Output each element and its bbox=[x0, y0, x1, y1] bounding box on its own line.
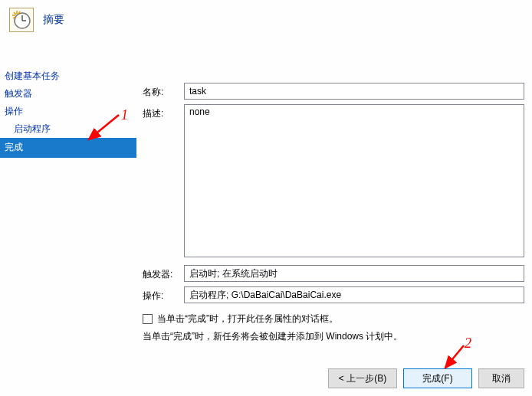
open-properties-checkbox[interactable] bbox=[143, 314, 153, 324]
cancel-button[interactable]: 取消 bbox=[478, 368, 524, 388]
svg-line-3 bbox=[14, 12, 16, 15]
finish-info-text: 当单击“完成”时，新任务将会被创建并添加到 Windows 计划中。 bbox=[143, 330, 524, 343]
clock-icon bbox=[9, 8, 34, 32]
description-label: 描述: bbox=[143, 104, 184, 120]
trigger-field[interactable] bbox=[184, 265, 524, 282]
finish-button[interactable]: 完成(F) bbox=[403, 368, 472, 388]
sidebar-item-create-task[interactable]: 创建基本任务 bbox=[0, 67, 136, 85]
action-label: 操作: bbox=[143, 286, 184, 303]
page-title: 摘要 bbox=[43, 13, 64, 27]
sidebar-item-finish[interactable]: 完成 bbox=[0, 138, 136, 158]
sidebar-item-trigger[interactable]: 触发器 bbox=[0, 85, 136, 103]
trigger-label: 触发器: bbox=[143, 265, 184, 281]
description-field[interactable] bbox=[184, 104, 524, 257]
sidebar-item-action[interactable]: 操作 bbox=[0, 103, 136, 120]
back-button[interactable]: < 上一步(B) bbox=[328, 368, 397, 388]
sidebar-item-start-program[interactable]: 启动程序 bbox=[0, 120, 136, 138]
svg-line-9 bbox=[445, 345, 464, 368]
name-field[interactable] bbox=[184, 83, 524, 100]
action-field[interactable] bbox=[184, 286, 524, 303]
wizard-steps-sidebar: 创建基本任务 触发器 操作 启动程序 完成 bbox=[0, 67, 136, 158]
name-label: 名称: bbox=[143, 83, 184, 99]
open-properties-label: 当单击“完成”时，打开此任务属性的对话框。 bbox=[157, 313, 338, 326]
